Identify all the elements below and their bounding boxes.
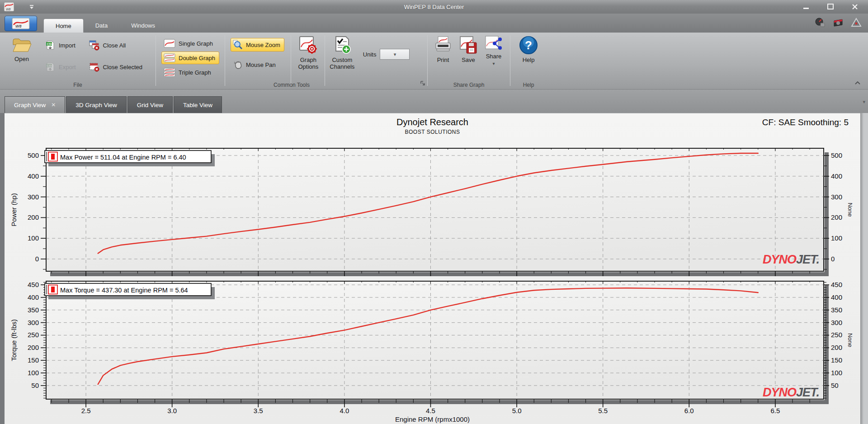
svg-text:500: 500 (28, 151, 39, 159)
svg-text:500: 500 (831, 151, 842, 159)
warning-triangle-icon[interactable] (851, 17, 862, 30)
ribbon-separator (291, 35, 291, 86)
open-button[interactable]: Open (7, 33, 36, 62)
svg-text:350: 350 (28, 306, 39, 314)
svg-text:200: 200 (831, 344, 842, 351)
help-group-label: Help (510, 82, 547, 88)
torque-right-axis-label: None (847, 333, 854, 347)
window-title: WinPEP 8 Data Center (0, 4, 868, 10)
ribbon-tabs: Home Data Windows (43, 19, 167, 33)
double-graph-icon (164, 53, 175, 62)
svg-text:400: 400 (28, 172, 39, 180)
graph-subtitle: BOOST SOLUTIONS (5, 129, 860, 135)
correction-smoothing-label: CF: SAE Smoothing: 5 (762, 118, 849, 127)
ribbon-collapse-icon[interactable] (854, 79, 861, 87)
single-graph-icon (164, 39, 175, 48)
common-tools-group-label: Common Tools (156, 82, 427, 88)
import-button[interactable]: CSV Import (42, 38, 80, 52)
power-plot-area[interactable] (46, 148, 824, 271)
custom-channels-button[interactable]: Custom Channels (328, 33, 357, 70)
tab-graph-view[interactable]: Graph View ✕ (5, 96, 65, 113)
tab-grid-view[interactable]: Grid View (127, 96, 173, 113)
tab-table-view[interactable]: Table View (174, 96, 222, 113)
share-group-label: Share Graph (428, 82, 510, 88)
ribbon-tab-data[interactable]: Data (84, 19, 119, 33)
mouse-zoom-button[interactable]: Mouse Zoom (231, 38, 284, 52)
power-right-axis-label: None (847, 203, 854, 217)
titlebar: W8 WinPEP 8 Data Center (0, 0, 868, 14)
dyno-drum-icon[interactable] (833, 17, 844, 30)
torque-legend: Max Torque = 437.30 at Engine RPM = 5.64 (45, 283, 215, 299)
units-dropdown[interactable]: ▾ (380, 49, 410, 60)
torque-chart[interactable]: 5050100100150150200200250250300300350350… (5, 278, 860, 418)
svg-text:150: 150 (831, 356, 842, 364)
svg-text:400: 400 (28, 293, 39, 301)
svg-text:300: 300 (831, 319, 842, 326)
svg-text:400: 400 (831, 293, 842, 301)
save-button[interactable]: Save (456, 33, 481, 63)
close-tab-icon[interactable]: ✕ (51, 102, 56, 108)
svg-text:5.5: 5.5 (598, 407, 608, 415)
mouse-zoom-icon (233, 40, 243, 50)
close-icon[interactable] (849, 3, 861, 11)
ribbon-group-share: Print Save Share ▾ Share Graph (428, 33, 510, 89)
svg-text:CSV: CSV (47, 64, 53, 67)
ribbon-group-common-tools: Single Graph Double Graph Triple Graph M… (156, 33, 427, 89)
svg-text:200: 200 (831, 213, 842, 221)
svg-text:5.0: 5.0 (512, 407, 522, 415)
tab-3d-graph-view[interactable]: 3D Graph View (66, 96, 126, 113)
application-menu-button[interactable]: W8 (5, 16, 37, 31)
torque-y-axis-label: Torque (ft-lbs) (10, 319, 18, 361)
mouse-pan-button[interactable]: Mouse Pan (231, 58, 284, 71)
svg-text:W8: W8 (6, 8, 11, 11)
svg-text:4.5: 4.5 (426, 407, 435, 415)
gauge-icon[interactable] (815, 17, 826, 30)
ribbon-separator (325, 35, 325, 86)
ribbon-group-file: Open CSV Import CSV Export Close All (0, 33, 156, 89)
graph-options-button[interactable]: Graph Options (294, 33, 323, 70)
minimize-icon[interactable] (800, 3, 812, 11)
help-icon: ? (519, 35, 538, 55)
power-y-axis-label: Power (hp) (10, 193, 18, 226)
svg-text:100: 100 (28, 369, 39, 377)
help-button[interactable]: ? Help (514, 33, 543, 63)
svg-text:300: 300 (831, 193, 842, 201)
ribbon-tab-windows[interactable]: Windows (119, 19, 167, 33)
svg-text:CSV: CSV (47, 42, 53, 46)
custom-channels-icon (332, 35, 352, 55)
close-all-button[interactable]: Close All (86, 38, 146, 52)
close-selected-button[interactable]: Close Selected (86, 60, 146, 74)
svg-text:0: 0 (35, 255, 39, 263)
svg-text:Max Torque = 437.30 at Engine: Max Torque = 437.30 at Engine RPM = 5.64 (60, 287, 188, 294)
triple-graph-icon (164, 68, 175, 77)
svg-text:450: 450 (831, 281, 842, 288)
dynojet-watermark: DYNOJET. (763, 253, 819, 266)
triple-graph-button[interactable]: Triple Graph (161, 66, 219, 79)
svg-text:300: 300 (28, 193, 39, 201)
quick-access-dropdown-icon[interactable] (29, 4, 34, 12)
share-button[interactable]: Share ▾ (481, 33, 506, 67)
svg-text:6.0: 6.0 (684, 407, 694, 415)
dialog-launcher-icon[interactable] (420, 80, 425, 88)
power-chart[interactable]: 00100100200200300300400400500500DYNOJET.… (5, 139, 860, 276)
share-icon (485, 35, 503, 52)
graph-title: Dynojet Research (5, 117, 860, 127)
single-graph-button[interactable]: Single Graph (161, 37, 219, 50)
mouse-pan-icon (233, 60, 243, 70)
import-csv-icon: CSV (45, 40, 56, 51)
svg-text:?: ? (525, 38, 532, 52)
close-all-icon (89, 40, 100, 51)
ribbon-tab-home[interactable]: Home (43, 19, 84, 33)
chevron-down-icon: ▾ (394, 52, 396, 57)
maximize-icon[interactable] (825, 3, 836, 11)
double-graph-button[interactable]: Double Graph (161, 52, 219, 64)
tab-overflow-icon[interactable]: ▾ (863, 99, 865, 105)
close-selected-icon (89, 61, 100, 72)
svg-text:250: 250 (831, 331, 842, 339)
open-folder-icon (11, 35, 33, 54)
svg-text:0: 0 (831, 255, 835, 263)
print-button[interactable]: Print (430, 33, 456, 63)
svg-text:350: 350 (831, 306, 842, 314)
export-button[interactable]: CSV Export (42, 60, 80, 74)
ribbon: Open CSV Import CSV Export Close All (0, 33, 868, 90)
